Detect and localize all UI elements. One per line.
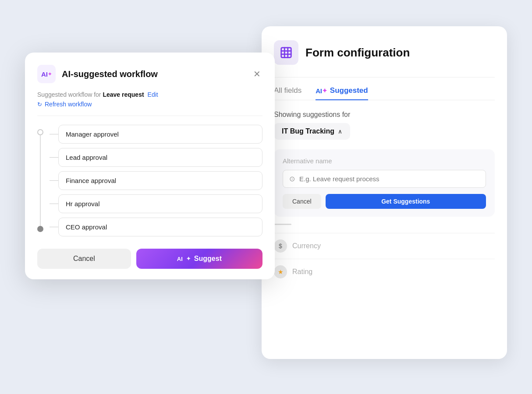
step-item-1: Manager approvel <box>50 125 262 144</box>
step-box-3: Finance approval <box>58 171 262 190</box>
step-box-2: Lead approval <box>58 148 262 167</box>
alt-name-label: Alternative name <box>283 157 486 165</box>
ai-icon-box: AI✦ <box>37 65 56 83</box>
step-box-1: Manager approvel <box>58 125 262 144</box>
modal-suggest-button[interactable]: AI✦ Suggest <box>136 249 262 269</box>
ai-tab-icon: AI✦ <box>316 87 327 95</box>
step-connector-1 <box>50 134 58 134</box>
currency-icon: $ <box>274 239 287 253</box>
action-row: Cancel Get Suggestions <box>283 194 486 209</box>
form-config-header: Form configuration <box>274 40 495 65</box>
alt-name-input-row: ⊙ <box>283 170 486 188</box>
step-box-5: CEO approval <box>58 218 262 236</box>
cancel-suggestion-button[interactable]: Cancel <box>283 194 321 209</box>
modal-header: AI✦ AI-suggested workflow ✕ <box>37 65 262 83</box>
small-divider <box>274 224 291 225</box>
step-connector-4 <box>50 204 58 204</box>
get-suggestions-button[interactable]: Get Suggestions <box>326 194 486 209</box>
tab-ai-suggested[interactable]: AI✦ Suggested <box>316 86 368 100</box>
currency-label: Currency <box>292 242 321 250</box>
subtitle-item: Leave request <box>103 91 144 98</box>
form-config-divider <box>274 77 495 77</box>
alt-name-input[interactable] <box>299 175 479 183</box>
step-connector-2 <box>50 157 58 158</box>
suggestion-card: Alternative name ⊙ Cancel Get Suggestion… <box>274 149 495 217</box>
form-config-icon-box <box>274 40 298 65</box>
tab-all-fields[interactable]: All fields <box>274 86 301 100</box>
close-modal-button[interactable]: ✕ <box>252 67 262 81</box>
step-item-2: Lead approval <box>50 148 262 167</box>
refresh-label: Refresh workflow <box>45 101 92 108</box>
suggestions-dropdown[interactable]: IT Bug Tracking ∧ <box>274 123 350 140</box>
showing-suggestions-label: Showing suggestions for <box>274 111 495 119</box>
workflow-timeline: Manager approvel Lead approval Finance a… <box>37 125 262 236</box>
modal-header-left: AI✦ AI-suggested workflow <box>37 65 158 83</box>
modal-cancel-button[interactable]: Cancel <box>37 249 131 269</box>
ai-icon-sparkle: ✦ <box>48 71 52 77</box>
step-item-3: Finance approval <box>50 171 262 190</box>
ai-workflow-modal: AI✦ AI-suggested workflow ✕ Suggested wo… <box>25 53 275 279</box>
modal-footer: Cancel AI✦ Suggest <box>37 247 262 269</box>
refresh-workflow-row[interactable]: ↻ Refresh workflow <box>37 101 262 108</box>
refresh-icon: ↻ <box>37 101 42 108</box>
svg-rect-0 <box>281 48 291 58</box>
step-item-4: Hr approval <box>50 194 262 213</box>
timeline-dot-top <box>37 129 43 135</box>
chevron-up-icon: ∧ <box>338 128 342 135</box>
search-icon: ⊙ <box>289 175 295 183</box>
suggest-sparkle-icon: ✦ <box>186 256 191 262</box>
step-connector-5 <box>50 227 58 227</box>
timeline-line <box>40 130 41 231</box>
rating-icon: ★ <box>274 265 287 278</box>
field-row-currency: $ Currency <box>274 233 495 259</box>
rating-label: Rating <box>292 268 312 276</box>
step-box-4: Hr approval <box>58 194 262 213</box>
suggest-ai-label: AI <box>177 256 183 262</box>
modal-divider <box>37 116 262 116</box>
tabs-row: All fields AI✦ Suggested <box>274 86 495 100</box>
timeline-dot-bottom <box>37 226 43 232</box>
form-config-panel: Form configuration All fields AI✦ Sugges… <box>262 26 507 359</box>
step-item-5: CEO approval <box>50 218 262 236</box>
step-connector-3 <box>50 180 58 181</box>
form-config-title: Form configuration <box>305 46 410 60</box>
ai-sparkle-icon: ✦ <box>322 87 327 94</box>
modal-title: AI-suggested workflow <box>62 69 158 79</box>
modal-subtitle: Suggested workflow for Leave requestEdit <box>37 91 262 98</box>
edit-link[interactable]: Edit <box>148 91 158 98</box>
suggest-label-text: Suggest <box>194 255 222 263</box>
field-row-rating: ★ Rating <box>274 259 495 285</box>
ai-icon-text: AI <box>41 70 48 78</box>
